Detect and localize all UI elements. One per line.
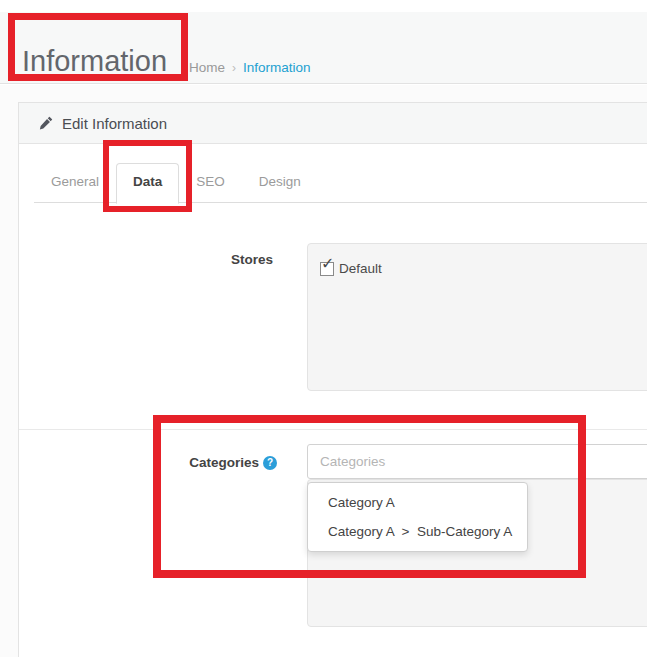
breadcrumb: Home›Information xyxy=(189,60,311,75)
tab-design[interactable]: Design xyxy=(242,163,318,203)
autocomplete-option-category-a[interactable]: Category A xyxy=(308,488,527,517)
categories-autocomplete-dropdown: Category A Category A > Sub-Category A xyxy=(307,482,528,552)
edit-information-panel: Edit Information General Data SEO Design… xyxy=(18,102,647,657)
tab-seo[interactable]: SEO xyxy=(179,163,242,203)
store-default-checkbox-row[interactable]: ✓ Default xyxy=(320,261,647,276)
page-title: Information xyxy=(22,45,167,77)
question-circle-icon[interactable]: ? xyxy=(263,456,277,470)
stores-well: ✓ Default xyxy=(307,243,647,391)
tab-bar: General Data SEO Design xyxy=(34,163,318,203)
page-header: Information Home›Information xyxy=(0,12,647,84)
tab-general[interactable]: General xyxy=(34,163,116,203)
panel-heading: Edit Information xyxy=(19,103,647,144)
tab-data[interactable]: Data xyxy=(116,163,179,204)
information-edit-page: Information Home›Information Edit Inform… xyxy=(0,0,647,657)
categories-autocomplete-input[interactable] xyxy=(307,444,647,479)
categories-label: Categories xyxy=(189,455,259,470)
section-divider xyxy=(19,429,647,430)
pencil-icon xyxy=(39,116,53,130)
breadcrumb-home-link[interactable]: Home xyxy=(189,60,225,75)
categories-label-col: Categories ? xyxy=(19,455,277,470)
breadcrumb-current-link[interactable]: Information xyxy=(243,60,311,75)
store-default-label: Default xyxy=(339,261,382,276)
breadcrumb-separator: › xyxy=(232,61,236,75)
checkbox-checked-icon[interactable]: ✓ xyxy=(320,262,334,276)
autocomplete-option-subcategory-a[interactable]: Category A > Sub-Category A xyxy=(308,517,527,546)
stores-label: Stores xyxy=(19,252,273,267)
panel-heading-title: Edit Information xyxy=(62,115,167,132)
